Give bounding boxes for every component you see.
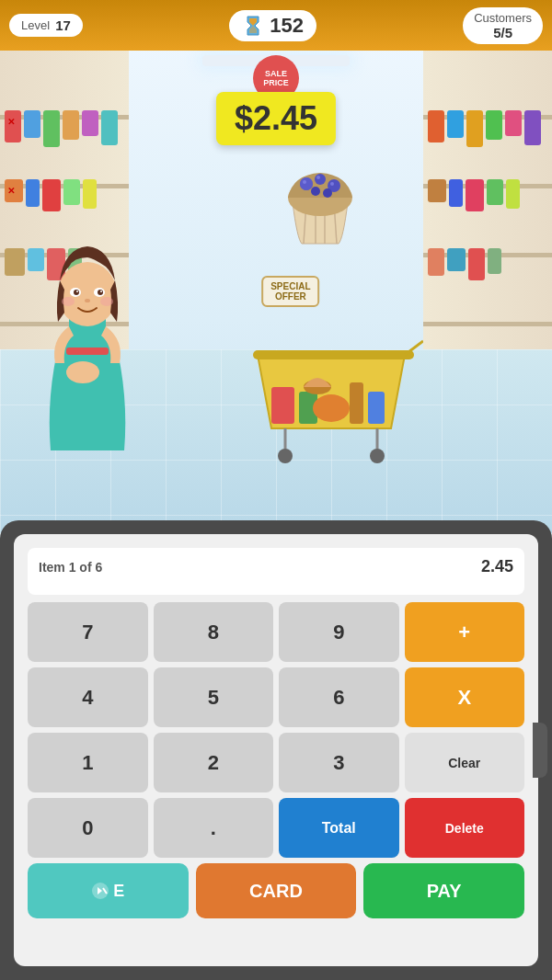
game-scene: ✕ ✕ SALEPRICE	[0, 0, 552, 533]
top-bar: Level 17 152 Customers 5/5	[0, 0, 552, 51]
level-value: 17	[55, 17, 71, 33]
svg-line-15	[405, 341, 423, 355]
key-plus[interactable]: +	[405, 602, 525, 662]
mute-button[interactable]: E	[28, 863, 189, 918]
price-display: $2.45	[216, 92, 336, 145]
hourglass-icon	[242, 15, 264, 37]
key-multiply[interactable]: X	[405, 667, 525, 727]
timer-display: 152	[229, 10, 316, 41]
key-8[interactable]: 8	[154, 602, 274, 662]
timer-value: 152	[270, 14, 304, 38]
side-handle	[533, 723, 547, 778]
svg-point-27	[66, 361, 99, 383]
key-5[interactable]: 5	[154, 667, 274, 727]
svg-point-13	[330, 182, 334, 186]
customer-character	[28, 230, 147, 460]
svg-point-36	[62, 297, 75, 306]
svg-point-37	[100, 297, 113, 306]
customers-value: 5/5	[474, 25, 532, 40]
item-price-display: 2.45	[481, 557, 513, 576]
key-9[interactable]: 9	[279, 602, 399, 662]
card-button[interactable]: CARD	[196, 863, 357, 918]
key-2[interactable]: 2	[154, 733, 274, 792]
bottom-buttons: E CARD PAY	[28, 863, 524, 918]
svg-point-12	[316, 176, 320, 179]
cupcake-container	[265, 138, 375, 261]
level-label: Level	[21, 18, 50, 32]
key-7[interactable]: 7	[28, 602, 148, 662]
cupcake-icon	[265, 138, 375, 257]
svg-point-28	[58, 262, 117, 326]
key-total[interactable]: Total	[279, 798, 399, 858]
register-header: Item 1 of 6 2.45	[39, 557, 513, 576]
key-1[interactable]: 1	[28, 733, 148, 792]
svg-point-33	[98, 290, 103, 295]
keypad-grid: 7 8 9 + 4 5 6 X 1 2 3 Clear 0 . Total De…	[28, 602, 524, 858]
customer-avatar	[28, 230, 147, 460]
svg-rect-24	[368, 392, 385, 424]
customers-label: Customers	[474, 11, 532, 25]
svg-point-31	[76, 291, 78, 292]
display-area: Item 1 of 6 2.45	[28, 548, 524, 595]
svg-rect-14	[253, 350, 414, 359]
svg-rect-38	[66, 348, 109, 355]
svg-point-35	[85, 299, 90, 302]
svg-rect-23	[350, 382, 363, 424]
svg-point-34	[100, 291, 102, 292]
item-info: Item 1 of 6	[39, 560, 102, 575]
key-clear[interactable]: Clear	[405, 733, 525, 792]
svg-point-19	[370, 449, 385, 463]
sale-sign-text: SALEPRICE	[263, 69, 289, 87]
svg-point-9	[311, 187, 320, 196]
customers-pill: Customers 5/5	[463, 7, 543, 44]
svg-point-22	[313, 394, 350, 422]
key-4[interactable]: 4	[28, 667, 148, 727]
price-value: $2.45	[235, 99, 317, 137]
svg-point-6	[300, 177, 313, 190]
svg-point-10	[323, 188, 332, 198]
mute-icon	[91, 882, 109, 900]
level-pill: Level 17	[9, 14, 83, 37]
svg-point-30	[74, 290, 79, 295]
cart-icon	[239, 336, 423, 484]
shopping-cart	[239, 336, 423, 487]
register-panel: Item 1 of 6 2.45 7 8 9 + 4 5 6 X 1 2 3 C…	[0, 520, 552, 980]
mute-label: E	[113, 882, 124, 901]
key-3[interactable]: 3	[279, 733, 399, 792]
key-dot[interactable]: .	[154, 798, 274, 858]
svg-point-11	[303, 180, 306, 184]
special-offer-text: SPECIAL OFFER	[270, 281, 310, 302]
special-offer-sign: SPECIAL OFFER	[261, 276, 319, 307]
svg-point-7	[315, 174, 326, 185]
svg-point-17	[278, 449, 293, 463]
svg-rect-20	[271, 387, 294, 424]
key-delete[interactable]: Delete	[405, 798, 525, 858]
pay-button[interactable]: PAY	[363, 863, 524, 918]
key-0[interactable]: 0	[28, 798, 148, 858]
register-inner: Item 1 of 6 2.45 7 8 9 + 4 5 6 X 1 2 3 C…	[14, 534, 538, 966]
key-6[interactable]: 6	[279, 667, 399, 727]
